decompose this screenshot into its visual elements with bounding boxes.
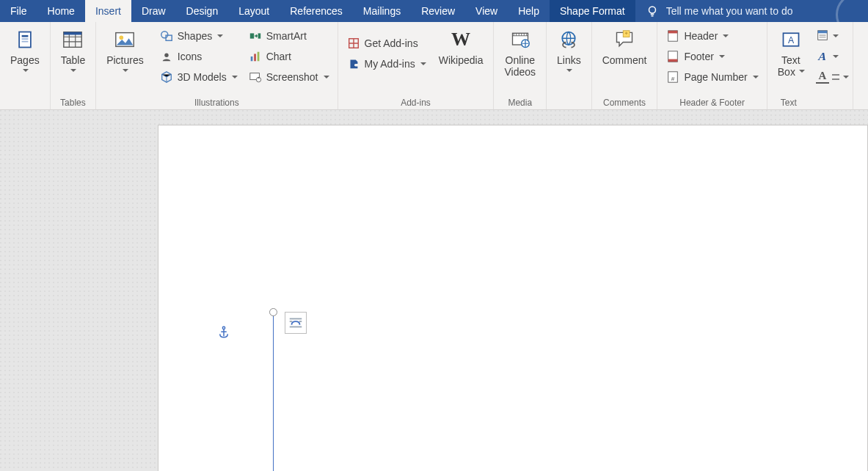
tab-help[interactable]: Help <box>508 0 550 22</box>
comment-label: Comment <box>602 54 647 66</box>
document-page[interactable] <box>158 125 868 471</box>
comment-button[interactable]: Comment <box>597 26 653 66</box>
3d-models-button[interactable]: 3D Models <box>156 67 241 87</box>
store-icon <box>347 37 360 50</box>
drop-cap-button[interactable]: A <box>814 67 850 87</box>
wordart-button[interactable]: A <box>814 47 850 66</box>
group-text: A TextBox Text <box>767 22 810 109</box>
video-icon <box>508 28 532 51</box>
pages-button[interactable]: Pages <box>4 26 45 73</box>
lightbulb-icon <box>646 4 659 18</box>
svg-rect-10 <box>166 35 172 40</box>
svg-rect-2 <box>21 35 28 37</box>
page-number-button[interactable]: # Page Number <box>662 67 762 87</box>
tab-design[interactable]: Design <box>176 0 229 22</box>
group-media: OnlineVideos Media <box>494 22 547 109</box>
wikipedia-button[interactable]: W Wikipedia <box>433 26 489 66</box>
tab-insert[interactable]: Insert <box>85 0 131 22</box>
tab-references[interactable]: References <box>280 0 353 22</box>
tell-me-input[interactable] <box>666 5 828 17</box>
header-button[interactable]: Header <box>662 26 762 45</box>
svg-rect-38 <box>290 318 302 320</box>
table-icon <box>61 28 84 51</box>
screenshot-button[interactable]: Screenshot <box>244 67 333 87</box>
group-header-footer: Header Footer # Page Number <box>657 22 767 109</box>
chevron-down-icon <box>842 74 848 80</box>
line-shape[interactable] <box>273 313 274 471</box>
tab-home[interactable]: Home <box>37 0 85 22</box>
footer-icon <box>666 50 679 63</box>
page-number-label: Page Number <box>684 71 747 83</box>
ribbon: Pages Table Tables Pictures <box>0 22 868 110</box>
chevron-down-icon <box>832 54 838 59</box>
tell-me-search[interactable] <box>635 0 828 22</box>
table-button[interactable]: Table <box>55 26 91 73</box>
chevron-down-icon <box>420 61 426 67</box>
svg-rect-12 <box>249 33 253 38</box>
get-addins-button[interactable]: Get Add-ins <box>343 34 430 53</box>
icons-button[interactable]: Icons <box>156 47 241 66</box>
text-box-icon: A <box>779 28 803 51</box>
link-icon <box>557 28 580 51</box>
chevron-down-icon <box>752 74 758 80</box>
group-label-addins: Add-ins <box>401 96 431 108</box>
group-label-comments: Comments <box>603 96 646 108</box>
get-addins-label: Get Add-ins <box>365 37 418 49</box>
svg-rect-16 <box>257 52 259 62</box>
document-workspace[interactable] <box>0 110 868 471</box>
header-label: Header <box>684 30 718 42</box>
chart-button[interactable]: Chart <box>244 47 333 66</box>
layout-options-button[interactable] <box>285 312 307 334</box>
chevron-down-icon <box>832 33 838 39</box>
chevron-down-icon <box>70 67 76 73</box>
svg-rect-39 <box>290 326 302 328</box>
tab-view[interactable]: View <box>465 0 508 22</box>
page-number-icon: # <box>666 70 679 84</box>
svg-point-37 <box>222 326 225 329</box>
group-links: Links <box>547 22 592 109</box>
addins-icon <box>347 57 360 70</box>
tab-review[interactable]: Review <box>411 0 465 22</box>
lines-icon <box>832 74 839 80</box>
svg-rect-4 <box>21 41 28 43</box>
my-addins-button[interactable]: My Add-ins <box>343 54 430 73</box>
text-box-button[interactable]: A TextBox <box>772 26 806 78</box>
comment-icon <box>613 28 636 51</box>
chevron-down-icon <box>22 67 28 73</box>
footer-label: Footer <box>684 51 713 62</box>
chevron-down-icon <box>323 74 329 80</box>
chart-label: Chart <box>266 51 291 62</box>
group-label-pages <box>23 96 26 108</box>
group-label-headerfooter: Header & Footer <box>679 96 745 108</box>
my-addins-label: My Add-ins <box>365 58 415 70</box>
tab-mailings[interactable]: Mailings <box>353 0 411 22</box>
svg-rect-19 <box>258 77 259 78</box>
pictures-button[interactable]: Pictures <box>101 26 150 73</box>
svg-point-9 <box>161 32 168 38</box>
shapes-icon <box>160 29 173 43</box>
chevron-down-icon <box>216 33 222 39</box>
group-pages: Pages <box>0 22 51 109</box>
selection-handle-top[interactable] <box>269 308 277 316</box>
footer-button[interactable]: Footer <box>662 47 762 66</box>
smartart-button[interactable]: SmartArt <box>244 26 333 45</box>
drop-cap-icon: A <box>816 70 829 84</box>
links-button[interactable]: Links <box>551 26 587 73</box>
shapes-label: Shapes <box>178 30 212 42</box>
svg-rect-15 <box>254 54 256 61</box>
quick-parts-icon <box>816 29 829 44</box>
wikipedia-label: Wikipedia <box>439 54 484 66</box>
quick-parts-button[interactable] <box>814 26 850 45</box>
chevron-down-icon <box>718 54 724 59</box>
group-label-illustrations: Illustrations <box>194 96 239 108</box>
chevron-down-icon <box>231 74 237 80</box>
online-videos-button[interactable]: OnlineVideos <box>498 26 541 78</box>
tab-file[interactable]: File <box>0 0 37 22</box>
tab-draw[interactable]: Draw <box>131 0 176 22</box>
smartart-icon <box>249 29 262 43</box>
tab-shape-format[interactable]: Shape Format <box>550 0 635 22</box>
group-label-text: Text <box>781 96 797 108</box>
svg-rect-34 <box>817 30 827 33</box>
shapes-button[interactable]: Shapes <box>156 26 241 45</box>
tab-layout[interactable]: Layout <box>228 0 280 22</box>
